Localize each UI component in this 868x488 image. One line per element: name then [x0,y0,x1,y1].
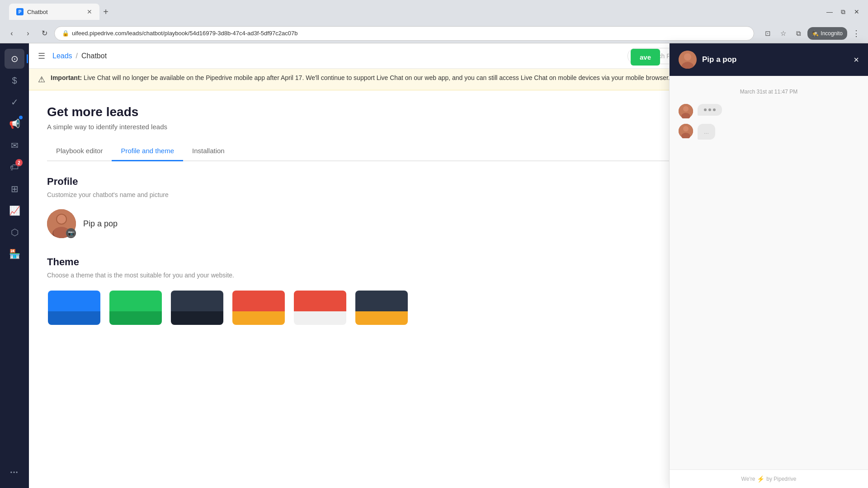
theme-swatch-green[interactable] [108,290,163,326]
loading-dot-3 [713,108,716,111]
lightning-icon: ⚡ [757,475,764,483]
new-tab-button[interactable]: + [99,5,112,18]
hamburger-icon: ☰ [38,51,45,61]
alert-icon: ⚠ [38,75,45,84]
chat-message-1 [679,104,859,118]
back-button[interactable]: ‹ [5,27,18,40]
restore-button[interactable]: ⧉ [837,6,849,18]
incognito-indicator: 🕵 Incognito [807,27,847,40]
dollar-icon: $ [12,75,17,86]
sidebar-toggle-button[interactable]: ☰ [38,51,45,61]
chat-avatar-svg [679,51,697,69]
home-icon: ⊙ [11,53,19,64]
tab-title: Chatbot [27,9,48,15]
address-bar-row: ‹ › ↻ 🔒 uifeed.pipedrive.com/leads/chatb… [0,23,868,43]
chatbot-name: Pip a pop [83,219,118,229]
msg-avatar-svg-2 [679,124,693,138]
close-window-button[interactable]: ✕ [851,6,863,18]
extension-icon[interactable]: ⧉ [792,27,805,40]
sidebar-icon-megaphone[interactable]: 📢 [5,114,24,134]
message-bubble-2: ... [698,124,715,140]
cube-icon: ⬡ [11,227,19,238]
breadcrumb-leads[interactable]: Leads [52,52,72,60]
bookmark-icon[interactable]: ☆ [777,27,789,40]
active-browser-tab[interactable]: P Chatbot ✕ [9,4,99,20]
save-button[interactable]: ave [631,49,660,66]
footer-text: We're [741,476,755,482]
msg-avatar-1 [679,104,693,118]
alert-message: Live Chat will no longer be available on… [84,74,670,81]
sidebar-icon-dollar[interactable]: $ [5,70,24,90]
theme-swatch-red-white[interactable] [293,290,347,326]
megaphone-icon: 📢 [9,118,20,129]
sidebar-icon-check[interactable]: ✓ [5,92,24,112]
sidebar-icon-inbox[interactable]: ✉ [5,136,24,155]
leads-badge: 2 [15,159,23,166]
chat-panel-title: Pip a pop [702,55,737,64]
theme-swatch-blue[interactable] [47,290,101,326]
tab-profile-theme[interactable]: Profile and theme [112,141,183,161]
sidebar-icon-shop[interactable]: 🏪 [5,244,24,264]
svg-point-12 [683,126,689,131]
svg-point-3 [57,215,66,224]
shop-icon: 🏪 [9,249,20,259]
tab-close-btn[interactable]: ✕ [87,8,92,15]
breadcrumb-current: Chatbot [81,52,107,60]
theme-swatch-dark[interactable] [170,290,224,326]
breadcrumb: Leads / Chatbot [52,52,107,60]
chat-close-button[interactable]: × [854,55,859,65]
chat-date: March 31st at 11:47 PM [679,89,859,95]
chat-footer: We're ⚡ by Pipedrive [670,469,868,488]
inbox-icon: ✉ [11,140,19,151]
message-bubble-1 [698,104,722,116]
theme-swatch-dark-yellow[interactable] [354,290,409,326]
chat-body: March 31st at 11:47 PM [670,76,868,469]
chat-preview-panel: Pip a pop × March 31st at 11:47 PM [669,43,868,488]
minimize-button[interactable]: — [824,6,835,18]
svg-point-9 [683,106,689,112]
theme-swatch-red-yellow[interactable] [231,290,286,326]
sidebar-icon-table[interactable]: ⊞ [5,179,24,199]
sidebar-icon-more[interactable]: ••• [5,463,24,483]
msg-avatar-svg-1 [679,104,693,118]
msg-avatar-2 [679,124,693,138]
url-bar[interactable]: 🔒 uifeed.pipedrive.com/leads/chatbot/pla… [54,26,754,41]
forward-button[interactable]: › [22,27,34,40]
footer-brand: by Pipedrive [766,476,796,482]
chart-icon: 📈 [9,205,20,216]
sidebar-icon-chart[interactable]: 📈 [5,201,24,221]
url-text: uifeed.pipedrive.com/leads/chatbot/playb… [72,30,297,37]
alert-text: Important: Live Chat will no longer be a… [51,74,670,81]
sidebar-icon-leads[interactable]: 🏷 2 [5,157,24,177]
chat-message-2: ... [679,124,859,140]
table-icon: ⊞ [11,183,19,194]
tab-installation[interactable]: Installation [183,141,234,161]
more-icon: ••• [10,469,19,476]
check-icon: ✓ [11,97,19,108]
notification-dot [19,116,23,119]
breadcrumb-separator: / [76,52,78,60]
camera-icon[interactable]: 📷 [66,228,76,238]
cast-icon[interactable]: ⊡ [761,27,774,40]
browser-menu-button[interactable]: ⋮ [850,27,863,40]
chat-bot-avatar [679,51,697,69]
chat-header: Pip a pop × [670,43,868,76]
tab-favicon: P [16,8,24,15]
sidebar-icon-home[interactable]: ⊙ [5,49,24,69]
alert-bold: Important: [51,74,82,81]
left-sidebar: ⊙ $ ✓ 📢 ✉ 🏷 2 ⊞ 📈 ⬡ 🏪 • [0,43,29,488]
avatar-container[interactable]: 📷 [47,209,76,238]
reload-button[interactable]: ↻ [38,27,51,40]
loading-dot-2 [708,108,711,111]
loading-dot-1 [704,108,707,111]
tab-playbook-editor[interactable]: Playbook editor [47,141,112,161]
sidebar-icon-cube[interactable]: ⬡ [5,222,24,242]
svg-point-6 [684,53,691,61]
